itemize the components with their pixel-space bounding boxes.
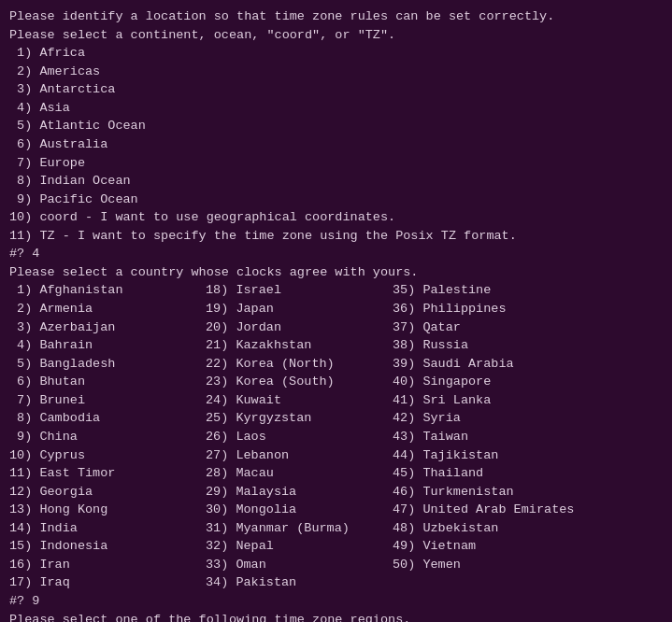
country-c3-r15: 49) Vietnam (393, 537, 579, 556)
country-c3-r5: 39) Saudi Arabia (393, 355, 579, 374)
country-c1-r11: 11) East Timor (9, 464, 206, 483)
country-c1-r13: 13) Hong Kong (9, 501, 206, 519)
country-c1-r3: 3) Azerbaijan (9, 318, 206, 337)
continent-1: 1) Africa (9, 44, 663, 63)
country-c3-r13: 47) United Arab Emirates (393, 501, 579, 519)
country-c1-r4: 4) Bahrain (9, 336, 206, 355)
country-c2-r7: 24) Kuwait (206, 391, 393, 410)
country-c3-r9: 43) Taiwan (393, 428, 579, 446)
country-c1-r6: 6) Bhutan (9, 373, 206, 391)
continent-2: 2) Americas (9, 63, 663, 81)
country-intro: Please select a country whose clocks agr… (9, 263, 663, 282)
country-c3-r12: 46) Turkmenistan (393, 483, 579, 502)
country-c2-r1: 18) Israel (206, 281, 393, 300)
country-c2-r14: 31) Myanmar (Burma) (206, 519, 393, 538)
country-c3-r2: 36) Philippines (393, 300, 579, 318)
country-c3-r1: 35) Palestine (393, 281, 579, 300)
country-c1-r7: 7) Brunei (9, 391, 206, 410)
country-c1-r8: 8) Cambodia (9, 409, 206, 428)
continent-5: 5) Atlantic Ocean (9, 117, 663, 135)
country-c2-r8: 25) Kyrgyzstan (206, 409, 393, 428)
country-c1-r9: 9) China (9, 428, 206, 446)
country-c1-r2: 2) Armenia (9, 300, 206, 318)
country-c2-r13: 30) Mongolia (206, 501, 393, 519)
country-c1-r17: 17) Iraq (9, 573, 206, 592)
continent-6: 6) Australia (9, 135, 663, 154)
country-c3-r3: 37) Qatar (393, 318, 579, 337)
country-c2-r9: 26) Laos (206, 428, 393, 446)
country-c2-r15: 32) Nepal (206, 537, 393, 556)
country-c2-r11: 28) Macau (206, 464, 393, 483)
country-c2-r17: 34) Pakistan (206, 573, 393, 592)
country-c2-r12: 29) Malaysia (206, 483, 393, 502)
continent-3: 3) Antarctica (9, 80, 663, 99)
country-c1-r12: 12) Georgia (9, 483, 206, 502)
country-c2-r2: 19) Japan (206, 300, 393, 318)
continent-11: 11) TZ - I want to specify the time zone… (9, 227, 663, 246)
country-c1-r16: 16) Iran (9, 556, 206, 574)
country-c3-r8: 42) Syria (393, 409, 579, 428)
terminal: Please identify a location so that time … (9, 7, 663, 622)
country-c2-r5: 22) Korea (North) (206, 355, 393, 374)
country-c3-r11: 45) Thailand (393, 464, 579, 483)
country-c3-r10: 44) Tajikistan (393, 446, 579, 465)
prompt-2[interactable]: #? 9 (9, 592, 663, 611)
country-c1-r10: 10) Cyprus (9, 446, 206, 465)
continent-4: 4) Asia (9, 99, 663, 118)
region-intro: Please select one of the following time … (9, 611, 663, 622)
continent-7: 7) Europe (9, 154, 663, 173)
continent-9: 9) Pacific Ocean (9, 191, 663, 209)
country-c1-r1: 1) Afghanistan (9, 281, 206, 300)
country-col1: 1) Afghanistan 2) Armenia 3) Azerbaijan … (9, 281, 206, 592)
country-c3-r7: 41) Sri Lanka (393, 391, 579, 410)
country-c2-r3: 20) Jordan (206, 318, 393, 337)
country-c2-r16: 33) Oman (206, 556, 393, 574)
intro-line-1: Please identify a location so that time … (9, 7, 663, 26)
country-c1-r14: 14) India (9, 519, 206, 538)
country-c2-r6: 23) Korea (South) (206, 373, 393, 391)
country-c3-r14: 48) Uzbekistan (393, 519, 579, 538)
country-c1-r15: 15) Indonesia (9, 537, 206, 556)
country-c3-r4: 38) Russia (393, 336, 579, 355)
country-c1-r5: 5) Bangladesh (9, 355, 206, 374)
continent-8: 8) Indian Ocean (9, 172, 663, 191)
country-c2-r10: 27) Lebanon (206, 446, 393, 465)
continent-10: 10) coord - I want to use geographical c… (9, 208, 663, 227)
prompt-1[interactable]: #? 4 (9, 245, 663, 263)
country-c3-r6: 40) Singapore (393, 373, 579, 391)
intro-line-2: Please select a continent, ocean, "coord… (9, 26, 663, 45)
country-c2-r4: 21) Kazakhstan (206, 336, 393, 355)
country-c3-r16: 50) Yemen (393, 556, 579, 574)
country-table: 1) Afghanistan 2) Armenia 3) Azerbaijan … (9, 281, 663, 592)
country-col3: 35) Palestine 36) Philippines 37) Qatar … (393, 281, 579, 592)
country-col2: 18) Israel 19) Japan 20) Jordan 21) Kaza… (206, 281, 393, 592)
